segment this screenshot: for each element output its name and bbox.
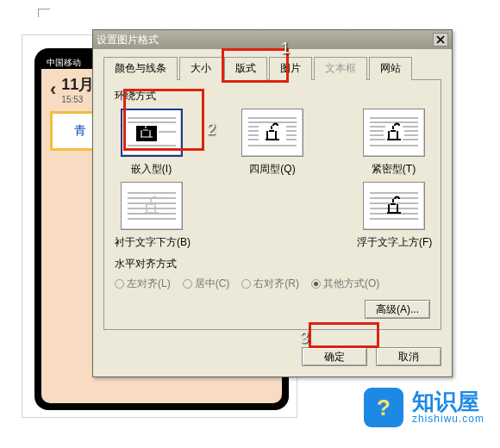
svg-rect-26: [370, 145, 418, 146]
svg-rect-16: [370, 117, 418, 119]
svg-rect-27: [128, 192, 176, 194]
watermark-badge-icon: ?: [364, 388, 403, 427]
align-left: 左对齐(L): [115, 277, 171, 291]
wrap-front-label: 浮于文字上方(F): [357, 235, 430, 250]
annotation-2: 2: [207, 121, 216, 139]
svg-rect-6: [248, 121, 297, 123]
chevron-left-icon[interactable]: ‹: [50, 78, 56, 101]
dialog-title: 设置图片格式: [97, 33, 433, 47]
tabs: 颜色与线条 大小 版式 图片 文本框 网站: [103, 56, 441, 80]
dialog-titlebar[interactable]: 设置图片格式: [93, 30, 452, 49]
align-group-label: 水平对齐方式: [115, 257, 430, 271]
wrap-inline-icon: [121, 109, 183, 157]
annotation-3: 3: [300, 329, 309, 347]
svg-rect-4: [159, 131, 176, 133]
svg-rect-0: [128, 117, 176, 119]
month-label: 11月: [61, 74, 94, 95]
tab-picture[interactable]: 图片: [269, 57, 312, 80]
svg-rect-18: [370, 126, 385, 128]
svg-rect-10: [286, 130, 297, 132]
svg-rect-2: [136, 126, 157, 141]
wrap-inline[interactable]: 嵌入型(I): [115, 109, 188, 177]
svg-rect-30: [128, 208, 176, 209]
align-other: 其他方式(O): [311, 277, 379, 291]
tab-layout[interactable]: 版式: [224, 57, 267, 80]
svg-rect-31: [128, 213, 176, 215]
align-center: 居中(C): [183, 277, 230, 291]
tab-textbox: 文本框: [314, 57, 367, 80]
wrap-square[interactable]: 四周型(Q): [236, 109, 309, 177]
svg-rect-11: [248, 134, 259, 136]
align-options: 左对齐(L) 居中(C) 右对齐(R) 其他方式(O): [115, 277, 430, 291]
tab-colors[interactable]: 颜色与线条: [103, 57, 178, 80]
annotation-1: 1: [281, 40, 290, 58]
svg-rect-34: [370, 197, 418, 199]
svg-rect-12: [286, 134, 297, 136]
wrap-square-label: 四周型(Q): [236, 162, 309, 177]
wrap-group-label: 环绕方式: [115, 89, 430, 103]
tab-size[interactable]: 大小: [179, 57, 222, 80]
align-right: 右对齐(R): [241, 277, 299, 291]
wrap-front-icon: [363, 182, 425, 230]
wrap-behind-icon: [121, 182, 183, 230]
svg-rect-23: [404, 134, 418, 136]
wrap-tight-icon: [363, 109, 425, 157]
wrap-tight[interactable]: 紧密型(T): [357, 109, 430, 177]
cancel-button[interactable]: 取消: [376, 347, 441, 366]
svg-rect-1: [128, 121, 176, 123]
layout-panel: 环绕方式 嵌入型(I) 四周型(Q): [103, 80, 441, 330]
advanced-button[interactable]: 高级(A)...: [365, 300, 430, 319]
wrap-square-icon: [241, 109, 303, 157]
svg-rect-17: [370, 121, 418, 123]
svg-rect-36: [370, 208, 418, 209]
format-picture-dialog: 设置图片格式 颜色与线条 大小 版式 图片 文本框 网站 环绕方式 嵌入型(I): [92, 29, 453, 377]
svg-rect-38: [370, 218, 418, 220]
watermark-brand: 知识屋: [412, 390, 484, 413]
close-icon: [436, 35, 445, 44]
svg-rect-19: [403, 126, 418, 128]
wrap-behind[interactable]: 衬于文字下方(B): [115, 182, 188, 250]
wrap-tight-label: 紧密型(T): [357, 162, 430, 177]
wrap-front[interactable]: 浮于文字上方(F): [357, 182, 430, 250]
svg-rect-28: [128, 197, 176, 199]
watermark: ? 知识屋 zhishiwu.com: [364, 388, 484, 427]
svg-rect-13: [248, 139, 259, 140]
ruler-mark: [38, 9, 50, 17]
svg-rect-14: [286, 139, 297, 140]
ok-button[interactable]: 确定: [302, 347, 367, 366]
watermark-url: zhishiwu.com: [412, 413, 484, 425]
svg-rect-8: [286, 126, 297, 128]
svg-rect-29: [128, 202, 176, 204]
svg-rect-20: [370, 130, 384, 132]
svg-rect-7: [248, 126, 259, 128]
svg-rect-5: [248, 117, 297, 119]
svg-rect-25: [403, 139, 418, 140]
close-button[interactable]: [433, 33, 448, 47]
wrap-behind-label: 衬于文字下方(B): [115, 235, 188, 250]
wrap-inline-label: 嵌入型(I): [115, 162, 188, 177]
svg-rect-3: [128, 145, 176, 146]
time-label: 15:53: [61, 95, 94, 104]
tab-web[interactable]: 网站: [369, 57, 412, 80]
svg-rect-21: [404, 130, 418, 132]
svg-rect-9: [248, 130, 259, 132]
svg-rect-15: [248, 145, 297, 146]
svg-rect-24: [370, 139, 385, 140]
svg-rect-32: [128, 218, 176, 220]
svg-rect-33: [370, 192, 418, 194]
svg-rect-22: [370, 134, 384, 136]
